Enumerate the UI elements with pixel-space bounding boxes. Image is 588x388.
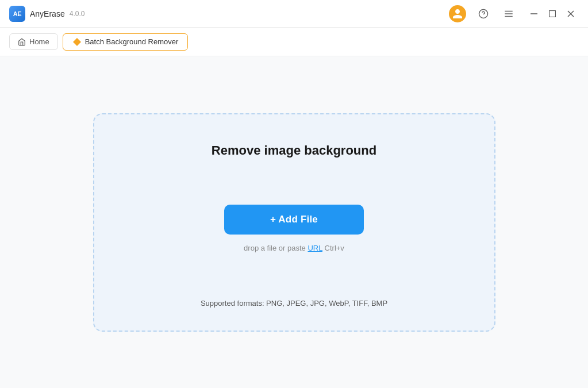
drop-hint-suffix: Ctrl+v [322,244,344,252]
nav-bar: Home Batch Background Remover [0,28,588,56]
supported-formats-list: PNG, JPEG, JPG, WebP, TIFF, BMP [264,299,388,308]
title-bar: AE AnyErase 4.0.0 [0,0,588,28]
drop-hint-prefix: drop a file or paste [244,244,308,252]
close-button[interactable] [563,6,579,22]
maximize-button[interactable] [544,6,560,22]
help-icon[interactable] [475,6,491,22]
main-content: Remove image background + Add File drop … [0,56,588,388]
title-bar-left: AE AnyErase 4.0.0 [9,6,84,22]
supported-label: Supported formats: [201,299,264,308]
supported-formats: Supported formats: PNG, JPEG, JPG, WebP,… [201,299,387,308]
home-icon [18,38,26,46]
minimize-button[interactable] [526,6,542,22]
svg-rect-6 [549,10,556,17]
batch-background-remover-tab[interactable]: Batch Background Remover [63,33,189,51]
home-button[interactable]: Home [9,33,58,50]
window-controls [526,6,579,22]
drop-hint: drop a file or paste URL Ctrl+v [244,244,344,252]
url-link[interactable]: URL [308,244,322,252]
user-avatar[interactable] [449,5,466,22]
drop-zone[interactable]: Remove image background + Add File drop … [93,113,495,332]
title-bar-right [449,5,579,22]
add-file-button[interactable]: + Add File [224,205,364,235]
app-logo: AE [9,6,25,22]
svg-marker-9 [73,38,81,46]
drop-zone-center: + Add File drop a file or paste URL Ctrl… [224,205,364,252]
app-version: 4.0.0 [70,10,85,18]
active-tab-label: Batch Background Remover [85,37,179,46]
home-label: Home [29,37,49,46]
menu-icon[interactable] [501,6,517,22]
diamond-icon [72,37,82,47]
app-name: AnyErase [30,9,65,18]
drop-zone-title: Remove image background [212,143,376,158]
